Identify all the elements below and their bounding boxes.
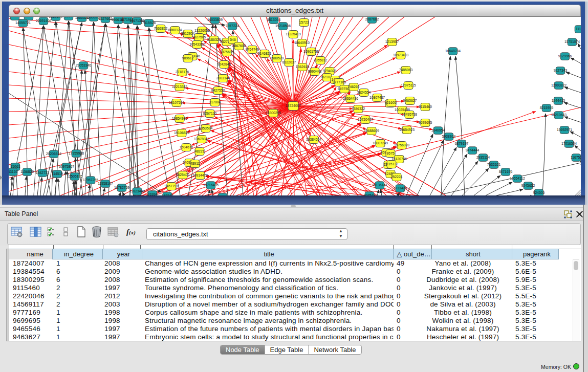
svg-text:8186323: 8186323 — [207, 38, 221, 41]
svg-text:7386322: 7386322 — [352, 107, 365, 111]
svg-text:12093822: 12093822 — [551, 83, 567, 87]
svg-text:1353594: 1353594 — [199, 126, 213, 130]
svg-text:8267130: 8267130 — [203, 112, 217, 115]
svg-text:16782759: 16782759 — [114, 186, 129, 189]
svg-text:2803144: 2803144 — [216, 76, 230, 80]
svg-text:143342: 143342 — [162, 194, 173, 195]
svg-text:18300295: 18300295 — [266, 111, 281, 115]
svg-text:6879197: 6879197 — [455, 142, 469, 145]
svg-text:8912954: 8912954 — [181, 32, 195, 35]
svg-text:1244415: 1244415 — [552, 99, 565, 102]
svg-text:9457791: 9457791 — [165, 184, 179, 188]
svg-text:15723: 15723 — [299, 20, 309, 24]
svg-text:3375685: 3375685 — [220, 50, 234, 54]
svg-text:10973493: 10973493 — [393, 53, 408, 57]
svg-text:9146821: 9146821 — [258, 52, 272, 55]
svg-text:1342737: 1342737 — [36, 171, 50, 174]
svg-text:407573: 407573 — [364, 193, 376, 195]
svg-text:12505185: 12505185 — [67, 174, 82, 178]
svg-text:7857224: 7857224 — [226, 24, 239, 28]
svg-text:8813054: 8813054 — [267, 18, 281, 21]
svg-text:18495758: 18495758 — [402, 113, 417, 116]
svg-text:20206516: 20206516 — [46, 152, 61, 156]
svg-text:48221: 48221 — [195, 149, 205, 153]
svg-text:9794028: 9794028 — [323, 69, 337, 73]
svg-text:924505: 924505 — [533, 191, 545, 194]
svg-text:746266: 746266 — [348, 85, 360, 89]
svg-text:9227343: 9227343 — [554, 69, 568, 72]
svg-text:12213382: 12213382 — [172, 85, 187, 89]
svg-text:7515526: 7515526 — [142, 21, 156, 25]
svg-text:7663822: 7663822 — [154, 27, 168, 30]
svg-text:8427552: 8427552 — [211, 89, 225, 92]
svg-text:8990448: 8990448 — [308, 70, 322, 73]
svg-text:7625402: 7625402 — [176, 173, 190, 177]
svg-text:19654923: 19654923 — [399, 128, 415, 132]
svg-text:33155: 33155 — [9, 170, 18, 173]
svg-text:14055721: 14055721 — [15, 21, 31, 25]
svg-text:7632621: 7632621 — [487, 163, 501, 166]
svg-text:16210643: 16210643 — [551, 113, 567, 117]
svg-text:15716485: 15716485 — [203, 183, 219, 187]
svg-text:1112: 1112 — [576, 27, 581, 31]
svg-text:5938924: 5938924 — [442, 135, 456, 138]
svg-text:2867608: 2867608 — [232, 44, 246, 48]
svg-text:17016504: 17016504 — [561, 142, 577, 145]
svg-text:15720407: 15720407 — [358, 118, 373, 121]
svg-text:1156829: 1156829 — [20, 170, 34, 173]
svg-text:16961758: 16961758 — [303, 50, 319, 53]
svg-text:2069140: 2069140 — [49, 17, 63, 18]
svg-text:11958107: 11958107 — [98, 182, 113, 185]
svg-text:15751074: 15751074 — [564, 40, 580, 43]
svg-text:1733426: 1733426 — [394, 186, 407, 190]
svg-text:10688609: 10688609 — [364, 129, 379, 133]
svg-text:9129966: 9129966 — [558, 54, 572, 58]
svg-text:9777169: 9777169 — [333, 80, 346, 84]
svg-text:15692971: 15692971 — [557, 128, 572, 132]
svg-text:48911: 48911 — [190, 162, 200, 165]
svg-text:10807487: 10807487 — [369, 96, 385, 99]
svg-text:16648784: 16648784 — [445, 49, 461, 53]
svg-text:9463627: 9463627 — [403, 99, 417, 102]
svg-text:9115460: 9115460 — [419, 105, 432, 108]
svg-text:875612: 875612 — [217, 195, 229, 195]
svg-text:317004: 317004 — [209, 100, 221, 104]
svg-text:18107554: 18107554 — [169, 101, 184, 104]
svg-text:989612: 989612 — [182, 56, 194, 60]
svg-text:19854985: 19854985 — [172, 117, 187, 120]
svg-text:17359928: 17359928 — [69, 151, 84, 155]
svg-text:1097: 1097 — [64, 17, 72, 18]
svg-text:9242848: 9242848 — [217, 62, 231, 66]
svg-text:18724007: 18724007 — [286, 104, 301, 107]
svg-text:1588520: 1588520 — [270, 56, 284, 60]
svg-text:12975115: 12975115 — [401, 83, 416, 87]
svg-text:16033809: 16033809 — [207, 18, 223, 21]
svg-text:8860124: 8860124 — [168, 28, 182, 32]
svg-text:116753: 116753 — [571, 156, 581, 159]
svg-text:9827505: 9827505 — [192, 35, 206, 39]
svg-text:12823448: 12823448 — [129, 189, 145, 193]
svg-text:3624554: 3624554 — [357, 91, 371, 94]
svg-text:8215955: 8215955 — [540, 106, 554, 110]
svg-text:2718176: 2718176 — [176, 70, 189, 74]
svg-text:8454749: 8454749 — [246, 48, 259, 51]
svg-text:8471676: 8471676 — [499, 170, 513, 173]
svg-text:13226058: 13226058 — [194, 29, 210, 32]
svg-text:252224: 252224 — [391, 175, 403, 179]
svg-text:18807249: 18807249 — [373, 141, 388, 145]
svg-text:2087682: 2087682 — [365, 17, 379, 21]
svg-text:9699695: 9699695 — [419, 121, 432, 124]
svg-text:7485063: 7485063 — [399, 68, 413, 72]
svg-text:8675: 8675 — [386, 151, 394, 155]
svg-text:19756928: 19756928 — [394, 143, 409, 147]
svg-text:15136141: 15136141 — [372, 183, 387, 187]
svg-text:11325419: 11325419 — [286, 32, 301, 36]
svg-text:91884: 91884 — [148, 192, 158, 195]
svg-text:7955812: 7955812 — [314, 58, 328, 62]
svg-text:10543362: 10543362 — [189, 42, 205, 46]
svg-text:19106825: 19106825 — [174, 131, 189, 135]
svg-text:1362615: 1362615 — [296, 65, 310, 69]
svg-text:19218506: 19218506 — [275, 24, 291, 28]
svg-text:20691406: 20691406 — [36, 19, 51, 23]
svg-text:1504676: 1504676 — [180, 145, 193, 149]
